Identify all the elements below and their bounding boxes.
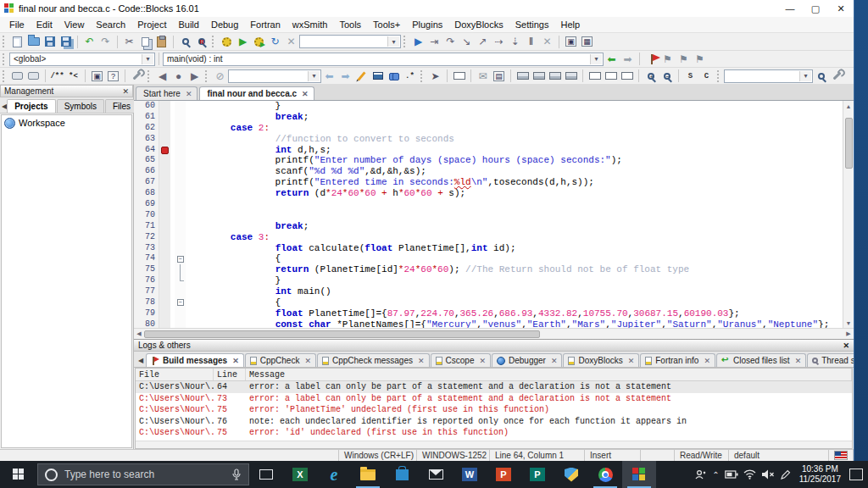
tab-close-icon[interactable]: ✕ <box>186 90 192 98</box>
code-line[interactable]: 76 } <box>134 275 843 286</box>
save-all-icon[interactable] <box>58 34 74 49</box>
source-view-icon[interactable]: S <box>682 69 698 84</box>
debug-info-icon[interactable]: ▦ <box>579 34 595 49</box>
goto-next-icon[interactable]: ➡ <box>620 52 636 67</box>
build-target-combo[interactable]: ▾ <box>299 35 401 48</box>
menu-fortran[interactable]: Fortran <box>244 18 286 31</box>
breakpoint-margin[interactable] <box>159 232 170 243</box>
tab-close-icon[interactable]: ✕ <box>479 357 486 365</box>
save-icon[interactable] <box>42 34 58 49</box>
breakpoint-margin[interactable] <box>159 210 170 221</box>
incremental-search-combo[interactable]: ▾ <box>724 69 813 83</box>
breakpoint-margin[interactable] <box>159 134 170 145</box>
build-message-row[interactable]: C:\Users\Nour\...73error: a label can on… <box>136 393 852 405</box>
breakpoint-margin[interactable] <box>159 243 170 254</box>
menu-wxsmith[interactable]: wxSmith <box>287 18 334 31</box>
sizer-flex-icon[interactable] <box>563 69 579 84</box>
breakpoint-margin[interactable] <box>159 112 170 123</box>
doxyblocks-line-comment-icon[interactable]: *< <box>65 69 81 84</box>
logs-tab-cppcheck[interactable]: CppCheck✕ <box>245 353 316 367</box>
breakpoint-margin[interactable] <box>159 286 170 297</box>
battery-icon[interactable] <box>725 470 738 479</box>
fold-margin[interactable] <box>175 199 186 210</box>
start-button[interactable] <box>0 461 37 488</box>
abort-build-icon[interactable]: ✕ <box>283 34 299 49</box>
scope-combo[interactable]: <global>▾ <box>9 53 155 66</box>
incremental-search-icon[interactable] <box>813 69 829 84</box>
breakpoint-margin[interactable] <box>159 275 170 286</box>
status-keyboard-layout[interactable] <box>829 450 854 461</box>
comment-icon[interactable] <box>9 69 25 84</box>
breakpoint-margin[interactable] <box>159 264 170 275</box>
menu-help[interactable]: Help <box>554 18 586 31</box>
code-line[interactable]: 73 float calculate(float PlanetTime[],in… <box>134 243 843 254</box>
break-debugger-icon[interactable]: ‖ <box>523 34 539 49</box>
fold-collapse-icon[interactable]: − <box>177 299 184 306</box>
editor-tab[interactable]: final nour and becca.c✕ <box>199 86 314 100</box>
next-call-icon[interactable]: ▶ <box>186 69 203 84</box>
zoom-in-icon[interactable] <box>643 69 659 84</box>
breakpoint-margin[interactable] <box>159 123 170 134</box>
uncomment-icon[interactable] <box>25 69 42 84</box>
code-line[interactable]: 68 return (d*24*60*60 + h*60*60 + s); <box>134 188 843 199</box>
fortran-combo[interactable]: ▾ <box>228 69 321 83</box>
copy-icon[interactable] <box>137 34 153 49</box>
menu-search[interactable]: Search <box>90 18 131 31</box>
highlight-icon[interactable] <box>353 69 370 84</box>
code-line[interactable]: 77 int main() <box>134 286 843 297</box>
edge-icon[interactable]: e <box>317 461 351 488</box>
next-instruction-icon[interactable]: ⇢ <box>491 34 507 49</box>
breakpoint-margin[interactable] <box>159 145 170 156</box>
title-bar[interactable]: final nour and becca.c - Code::Blocks 16… <box>0 0 854 17</box>
code-line[interactable]: 67 printf("Entered time in seconds:%ld\n… <box>134 177 843 188</box>
code-line[interactable]: 72 case 3: <box>134 232 843 243</box>
fold-margin[interactable] <box>175 155 186 166</box>
clear-bookmarks-icon[interactable]: ⚑ <box>692 52 708 67</box>
fold-margin[interactable] <box>175 145 186 156</box>
codeblocks-icon[interactable] <box>622 461 656 488</box>
maximize-button[interactable]: ▢ <box>803 0 828 17</box>
code-line[interactable]: 78− { <box>134 297 843 308</box>
breakpoint-margin[interactable] <box>159 297 170 308</box>
logs-tab-debugger[interactable]: Debugger✕ <box>492 353 562 367</box>
management-tab-symbols[interactable]: Symbols <box>57 99 104 113</box>
wifi-icon[interactable] <box>743 469 756 480</box>
code-line[interactable]: 65 printf("Enter number of days (space) … <box>134 155 843 166</box>
menu-plugins[interactable]: Plugins <box>406 18 448 31</box>
management-close-icon[interactable]: ✕ <box>122 87 129 96</box>
fold-margin[interactable] <box>175 166 186 177</box>
step-into-icon[interactable]: ↘ <box>459 34 475 49</box>
fold-margin[interactable] <box>175 275 186 286</box>
step-out-icon[interactable]: ↗ <box>475 34 491 49</box>
editor-horizontal-scrollbar[interactable]: ◀▶ <box>134 328 854 339</box>
fold-margin[interactable] <box>175 210 186 221</box>
widget-static-box-icon[interactable] <box>603 69 619 84</box>
wxsmith-pointer-icon[interactable]: ➤ <box>427 69 443 84</box>
prev-bookmark-icon[interactable]: ⚑ <box>659 52 676 67</box>
fold-margin[interactable] <box>175 101 186 112</box>
breakpoint-icon[interactable] <box>161 147 169 154</box>
doxyblocks-extract-icon[interactable]: ▣ <box>89 69 105 84</box>
workspace-node[interactable]: Workspace <box>4 118 129 129</box>
editor-vertical-scrollbar[interactable]: ▲ ▼ <box>843 101 854 328</box>
build-message-row[interactable]: C:\Users\Nour\...76note: each undeclared… <box>136 416 852 428</box>
logs-tab-build-messages[interactable]: Build messages✕ <box>146 353 244 367</box>
fold-margin[interactable] <box>175 134 186 145</box>
menu-build[interactable]: Build <box>172 18 204 31</box>
code-line[interactable]: 63 //function to convert to seconds <box>134 134 843 145</box>
logs-tab-closed-files-list[interactable]: Closed files list✕ <box>716 353 806 367</box>
show-hidden-icons-icon[interactable]: ⌃ <box>712 470 719 480</box>
build-and-run-icon[interactable] <box>251 34 267 49</box>
fold-margin[interactable] <box>175 123 186 134</box>
logs-caption[interactable]: Logs & others ✕ <box>134 340 854 352</box>
debug-continue-icon[interactable]: ▶ <box>410 34 426 49</box>
build-message-row[interactable]: C:\Users\Nour\...75error: 'id' undeclare… <box>136 427 852 439</box>
tab-close-icon[interactable]: ✕ <box>628 357 635 365</box>
content-view-icon[interactable]: C <box>698 69 715 84</box>
stop-debugger-icon[interactable]: ✕ <box>539 34 555 49</box>
build-icon[interactable] <box>219 34 235 49</box>
minimize-button[interactable]: — <box>777 0 803 17</box>
build-message-row[interactable]: C:\Users\Nour\...64error: a label can on… <box>136 381 852 393</box>
debugging-windows-icon[interactable]: ▣ <box>563 34 579 49</box>
open-file-icon[interactable] <box>25 34 42 49</box>
